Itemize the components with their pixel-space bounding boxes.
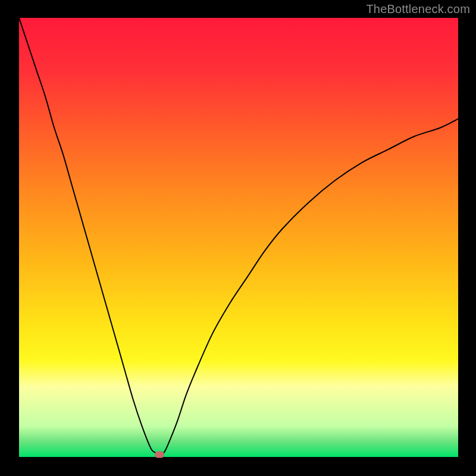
chart-plot [19, 18, 458, 457]
gradient-background [19, 18, 458, 457]
watermark-text: TheBottleneck.com [366, 2, 470, 16]
optimum-point [155, 452, 164, 458]
chart-frame [19, 18, 458, 457]
